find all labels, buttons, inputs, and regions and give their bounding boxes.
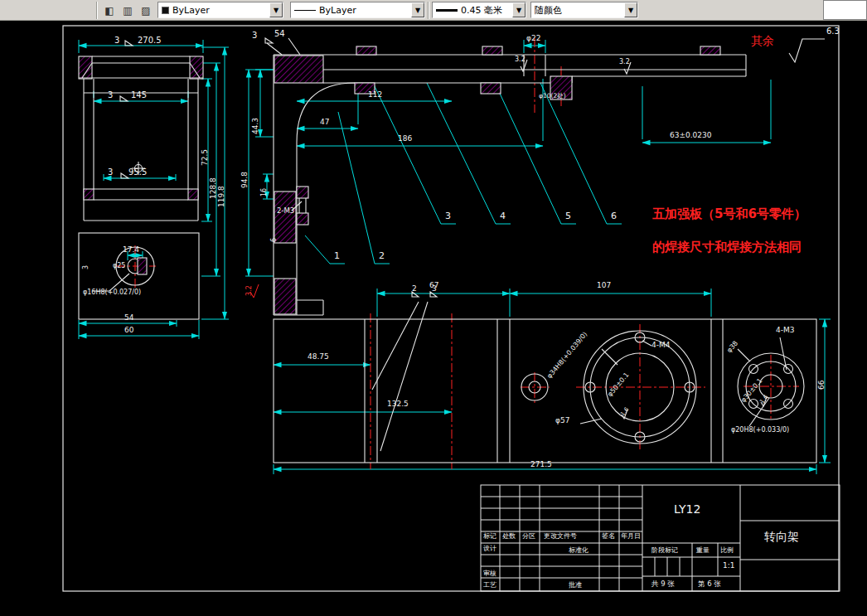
lineweight-control[interactable]: 0.45 毫米 ▼ — [432, 2, 526, 18]
toolbar-separator — [96, 2, 98, 19]
dropdown-arrow-icon[interactable]: ▼ — [411, 2, 424, 17]
plot-style-control[interactable]: 随颜色 ▼ — [530, 2, 638, 18]
plot-style-control-value: 随颜色 — [535, 4, 562, 17]
dimension-extension-lines — [79, 40, 831, 474]
title-block-grid — [481, 485, 840, 591]
color-swatch-icon — [162, 7, 169, 14]
dimension-lines — [79, 46, 825, 469]
drawing-canvas[interactable]: 3270.53145395.572.5128.8119.817.4φ253φ16… — [0, 0, 867, 616]
object-properties-toolbar: ◧ ▥ ▨ ByLayer ▼ ByLayer ▼ 0.45 毫米 ▼ 随颜色 … — [0, 0, 867, 21]
lineweight-control-value: 0.45 毫米 — [461, 4, 502, 17]
color-control-value: ByLayer — [172, 5, 210, 16]
layer-states-icon[interactable]: ▨ — [138, 2, 154, 18]
toolbar-separator — [428, 2, 429, 19]
dropdown-arrow-icon[interactable]: ▼ — [269, 2, 283, 17]
balloon-leader-lines — [305, 83, 622, 264]
linetype-control-value: ByLayer — [319, 5, 356, 16]
linetype-control[interactable]: ByLayer ▼ — [290, 2, 425, 18]
dropdown-arrow-icon[interactable]: ▼ — [624, 2, 637, 17]
drawing-frame — [63, 26, 839, 591]
lineweight-preview-icon — [436, 9, 458, 12]
docked-panel-edge — [823, 0, 867, 20]
drawing-svg — [0, 0, 867, 616]
surface-finish-check-icon — [250, 284, 259, 298]
view-front-geometry — [79, 56, 203, 319]
linetype-preview-icon — [294, 10, 316, 11]
centerlines — [116, 38, 799, 469]
color-control[interactable]: ByLayer ▼ — [157, 2, 283, 18]
layer-previous-icon[interactable]: ▥ — [119, 2, 136, 18]
view-plan-geometry — [274, 292, 816, 463]
make-object-layer-current-icon[interactable]: ◧ — [101, 2, 118, 18]
dropdown-arrow-icon[interactable]: ▼ — [512, 2, 526, 17]
